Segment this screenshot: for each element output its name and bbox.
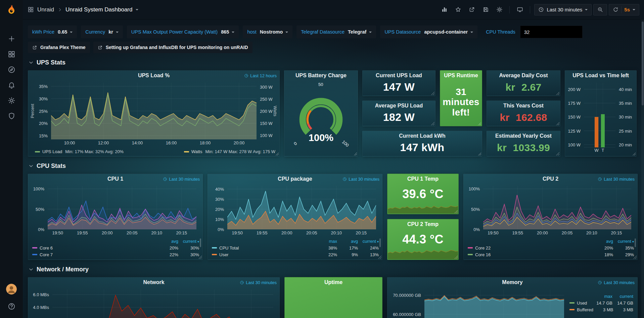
panel-resize-handle[interactable] <box>556 152 559 155</box>
battery-charge-gauge[interactable]: 050100100% <box>284 80 358 156</box>
legend-column-header[interactable]: max <box>592 294 612 299</box>
panel-title[interactable]: Average PSU Load <box>375 103 423 109</box>
legend-item[interactable]: User22%9%13% <box>212 251 379 258</box>
load-vs-time-chart[interactable]: 200 W175 W150 W125 W100 W40 min35 min30 … <box>567 81 634 153</box>
panel-title[interactable]: Uptime <box>324 279 342 285</box>
legend-item[interactable]: Core 620%30% <box>32 244 199 251</box>
scrollbar-thumb[interactable] <box>642 21 644 105</box>
time-override-badge[interactable]: Last 30 minutes <box>240 280 277 285</box>
panel-resize-handle[interactable] <box>556 122 559 125</box>
sidebar-item-explore[interactable] <box>4 62 19 77</box>
panel-resize-handle[interactable] <box>431 92 434 95</box>
legend-column-header[interactable]: avg <box>337 239 358 244</box>
sidebar-item-help[interactable] <box>4 299 19 314</box>
legend-item[interactable]: Used14.7 GB14.7 GB <box>569 300 633 306</box>
legend-item[interactable]: Core 722%30% <box>32 251 199 258</box>
panel-title[interactable]: CPU 2 Temp <box>407 221 439 227</box>
panel-title[interactable]: Average Daily Cost <box>499 73 548 79</box>
panel-title[interactable]: Current UPS Load <box>376 73 422 79</box>
variable-host[interactable]: host Nostromo <box>243 26 292 38</box>
panel-title[interactable]: Memory <box>502 279 522 285</box>
panel-resize-handle[interactable] <box>378 256 381 259</box>
panel-resize-handle[interactable] <box>633 256 637 259</box>
grafana-logo[interactable] <box>5 4 17 17</box>
panel-resize-handle[interactable] <box>632 152 636 155</box>
panel-resize-handle[interactable] <box>431 122 434 125</box>
variable-ups-max-output[interactable]: UPS Max Output Power Capacity (Watt) 865 <box>127 26 239 38</box>
panel-resize-handle[interactable] <box>454 210 458 213</box>
cpu-package-chart[interactable]: 40%30%20%10%0%19:5019:5520:0020:0520:102… <box>210 184 380 236</box>
panel-resize-handle[interactable] <box>478 122 481 125</box>
sidebar-item-configuration[interactable] <box>4 93 19 108</box>
row-header-network-memory[interactable]: Network / Memory <box>29 265 637 274</box>
legend-column-header[interactable]: current <box>358 239 379 244</box>
cpu-threads-input[interactable] <box>520 26 583 38</box>
panel-title[interactable]: UPS Load % <box>138 73 170 79</box>
variable-ups-datasource[interactable]: UPS Datasource apcupsd-container <box>380 26 477 38</box>
refresh-picker[interactable]: 5s <box>609 4 639 15</box>
memory-chart[interactable]: 70.000000 GB60.000000 GB50.000000 GB19:5… <box>389 287 566 318</box>
sidebar-item-create[interactable] <box>4 31 19 46</box>
panel-resize-handle[interactable] <box>354 152 357 155</box>
panel-resize-handle[interactable] <box>198 256 202 259</box>
time-override-badge[interactable]: Last 12 hours <box>244 73 277 78</box>
cycle-view-button[interactable] <box>514 4 526 15</box>
panel-title[interactable]: CPU 1 <box>107 176 123 182</box>
panel-resize-handle[interactable] <box>454 256 458 259</box>
row-header-ups-stats[interactable]: UPS Stats <box>29 58 637 67</box>
legend-item[interactable]: Core 2220%35% <box>468 244 634 251</box>
legend-column-header[interactable]: max <box>316 239 337 244</box>
panel-resize-handle[interactable] <box>275 152 279 155</box>
time-override-badge[interactable]: Last 30 minutes <box>163 177 200 182</box>
panel-title[interactable]: This Years Cost <box>503 103 544 109</box>
legend-column-header[interactable]: avg <box>592 239 613 244</box>
variable-telegraf-datasource[interactable]: Telegraf Datasource Telegraf <box>296 26 376 38</box>
panel-title[interactable]: Current Load kWh <box>399 133 446 139</box>
legend-column-header[interactable]: current <box>613 239 634 244</box>
share-button[interactable] <box>466 4 478 15</box>
cpu1-chart[interactable]: 100%50%0%19:5019:5520:0020:0520:1020:15 <box>30 184 200 236</box>
panel-title[interactable]: UPS Battery Charge <box>295 73 347 79</box>
legend-column-header[interactable]: current <box>178 239 199 244</box>
ups-load-chart[interactable]: 35%30%25%20%15%Percent300 W250 W200 W150… <box>30 81 277 146</box>
panel-title[interactable]: UPS Load vs Time left <box>572 73 629 79</box>
panel-title[interactable]: Estimated Yearly Cost <box>495 133 552 139</box>
cpu2-chart[interactable]: 100%50%0%19:5019:5520:0020:0520:1020:15 <box>466 184 635 236</box>
panel-resize-handle[interactable] <box>556 92 559 95</box>
dashboard-title[interactable]: Unraid System Dashboard <box>65 6 132 13</box>
legend-column-header[interactable]: avg <box>157 239 178 244</box>
variable-currency[interactable]: Currency kr <box>81 26 123 38</box>
time-override-badge[interactable]: Last 30 minutes <box>598 280 635 285</box>
user-avatar[interactable] <box>6 284 17 294</box>
row-header-cpu-stats[interactable]: CPU Stats <box>29 162 637 170</box>
legend-item[interactable]: Buffered3 MB3 MB <box>569 306 633 313</box>
panel-title[interactable]: CPU 2 <box>543 176 558 182</box>
link-grafana-plex-theme[interactable]: Grafana Plex Theme <box>28 42 90 53</box>
sidebar-item-dashboards[interactable] <box>4 46 19 62</box>
sidebar-item-alerting[interactable] <box>4 77 19 93</box>
time-override-badge[interactable]: Last 30 minutes <box>342 177 379 182</box>
zoom-out-button[interactable] <box>593 4 607 15</box>
panel-title[interactable]: Network <box>143 279 164 285</box>
link-ups-monitoring-guide[interactable]: Setting up Grafana and InfluxDB for UPS … <box>93 42 252 53</box>
dashboard-settings-button[interactable] <box>493 4 505 15</box>
caret-down-icon[interactable] <box>136 9 138 12</box>
sidebar-item-server-admin[interactable] <box>4 108 19 124</box>
panel-resize-handle[interactable] <box>478 152 481 155</box>
time-range-picker[interactable]: Last 30 minutes <box>534 4 592 15</box>
legend-column-header[interactable]: current <box>612 294 633 299</box>
panel-title[interactable]: UPS Runtime <box>444 73 478 79</box>
legend-item[interactable]: Core 1618%29% <box>468 251 634 258</box>
add-panel-button[interactable] <box>438 4 450 15</box>
star-button[interactable] <box>452 4 464 15</box>
panel-title[interactable]: CPU package <box>278 176 312 182</box>
breadcrumb-folder[interactable]: Unraid <box>37 6 54 13</box>
network-chart[interactable]: 6.0 MBs4.0 MBs2.0 MBs0 Bs19:5019:5520:00… <box>30 287 277 318</box>
legend-item[interactable]: CPU Total38%17%24% <box>212 244 379 251</box>
time-override-badge[interactable]: Last 30 minutes <box>598 177 635 182</box>
save-button[interactable] <box>479 4 492 15</box>
variable-kwh-price[interactable]: kWh Price 0.65 <box>28 26 77 38</box>
legend-item[interactable]: UPS LoadMin: 17% Max: 32% Avg: 20% <box>35 149 124 154</box>
panel-title[interactable]: CPU 1 Temp <box>407 176 439 182</box>
legend-item[interactable]: WattsMin: 147 W Max: 278 W Avg: 175 W <box>184 149 275 154</box>
